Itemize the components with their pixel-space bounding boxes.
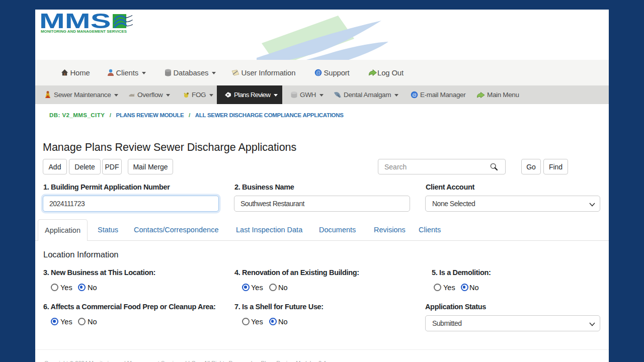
- svg-text:@: @: [412, 93, 417, 98]
- svg-text:@: @: [315, 70, 320, 75]
